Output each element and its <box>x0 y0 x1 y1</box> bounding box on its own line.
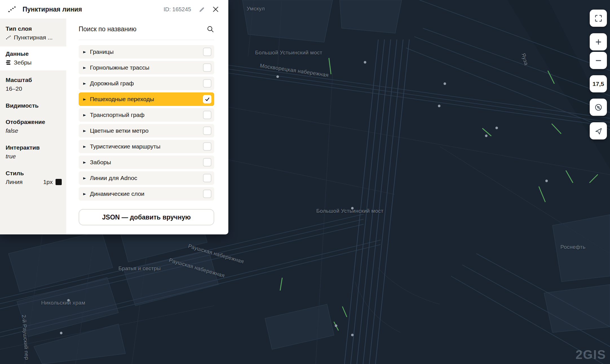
layer-label: Линии для Adnoc <box>90 175 137 181</box>
zoom-in-button[interactable] <box>590 33 607 50</box>
layer-checkbox[interactable] <box>203 158 211 167</box>
expand-arrow-icon[interactable]: ▶ <box>83 82 86 85</box>
expand-arrow-icon[interactable]: ▶ <box>83 129 86 133</box>
map-label: Никольский храм <box>41 300 85 306</box>
property-value: false <box>6 127 18 135</box>
edit-button[interactable] <box>197 5 207 14</box>
property-value: Линия <box>6 178 23 186</box>
stroke-width-value: 1px <box>43 178 53 186</box>
property-label: Отображение <box>6 118 62 126</box>
search-row <box>79 19 214 40</box>
layer-label: Транспортный граф <box>90 112 145 118</box>
layer-row[interactable]: ▶ Границы <box>79 45 214 59</box>
layer-row[interactable]: ▶ Цветные ветки метро <box>79 124 214 137</box>
expand-arrow-icon[interactable]: ▶ <box>83 161 86 164</box>
layer-label: Динамические слои <box>90 190 144 197</box>
layer-label: Дорожный граф <box>90 80 134 87</box>
property-label: Стиль <box>6 169 62 177</box>
expand-arrow-icon[interactable]: ▶ <box>83 97 86 101</box>
layer-label: Пешеходные переходы <box>90 96 154 103</box>
search-icon[interactable] <box>207 25 214 33</box>
layer-checkbox[interactable] <box>203 190 211 198</box>
map-controls: 17,5 <box>590 10 607 139</box>
expand-arrow-icon[interactable]: ▶ <box>83 113 86 117</box>
layer-checkbox[interactable] <box>203 63 211 72</box>
zebra-layers-icon <box>6 60 11 65</box>
fullscreen-icon <box>594 14 603 23</box>
properties-sidebar: Тип слоя Пунктирная ... Данные <box>0 19 66 234</box>
zoom-level-indicator[interactable]: 17,5 <box>590 75 607 92</box>
expand-arrow-icon[interactable]: ▶ <box>83 176 86 180</box>
layer-checkbox[interactable] <box>203 142 211 151</box>
property-value: 16–20 <box>6 85 22 93</box>
search-input[interactable] <box>79 25 207 33</box>
panel-header: Пунктирная линия ID: 165245 <box>0 0 228 19</box>
expand-arrow-icon[interactable]: ▶ <box>83 66 86 70</box>
layer-row-selected[interactable]: ▶ Пешеходные переходы <box>79 92 214 106</box>
layer-checkbox[interactable] <box>203 111 211 119</box>
sidebar-section-display[interactable]: Отображение false <box>0 118 66 135</box>
fullscreen-button[interactable] <box>590 10 607 27</box>
panel-title: Пунктирная линия <box>23 6 82 13</box>
pencil-icon <box>199 6 205 13</box>
color-swatch[interactable] <box>56 179 62 185</box>
property-label: Тип слоя <box>6 25 62 33</box>
layer-row[interactable]: ▶ Линии для Adnoc <box>79 171 214 185</box>
locate-button[interactable] <box>590 122 607 139</box>
layer-label: Границы <box>90 48 114 55</box>
sidebar-section-visibility[interactable]: Видимость <box>0 102 66 110</box>
json-add-manually-button[interactable]: JSON — добавить вручную <box>79 209 214 225</box>
layer-checkbox[interactable] <box>203 174 211 182</box>
zoom-out-button[interactable] <box>590 52 607 69</box>
property-value: true <box>6 152 16 160</box>
map-label: Большой Устьинский мост <box>255 50 322 56</box>
layer-row[interactable]: ▶ Горнолыжные трассы <box>79 61 214 74</box>
property-label: Интерактив <box>6 144 62 152</box>
zoom-level-value: 17,5 <box>593 81 604 87</box>
layer-label: Цветные ветки метро <box>90 127 149 134</box>
layer-list: ▶ Границы ▶ Горнолыжные трассы ▶ Дорожны… <box>66 19 228 234</box>
map-label: Братья и сестры <box>118 265 161 272</box>
sidebar-section-scale[interactable]: Масштаб 16–20 <box>0 76 66 93</box>
minus-icon <box>594 56 603 65</box>
check-icon <box>205 97 210 101</box>
expand-arrow-icon[interactable]: ▶ <box>83 145 86 148</box>
sidebar-section-style[interactable]: Стиль Линия 1px <box>0 169 66 186</box>
layer-label: Горнолыжные трассы <box>90 64 149 71</box>
layer-editor-panel: Пунктирная линия ID: 165245 Тип слоя <box>0 0 228 234</box>
plus-icon <box>594 38 603 46</box>
layer-row[interactable]: ▶ Дорожный граф <box>79 77 214 90</box>
sidebar-section-interactive[interactable]: Интерактив true <box>0 144 66 160</box>
layer-label: Туристические маршруты <box>90 143 160 150</box>
layer-row[interactable]: ▶ Транспортный граф <box>79 108 214 122</box>
dotted-line-icon <box>8 6 16 13</box>
layer-checkbox[interactable] <box>203 126 211 135</box>
layer-checkbox[interactable] <box>203 48 211 56</box>
dotted-line-icon <box>6 35 11 40</box>
property-value: Пунктирная ... <box>14 34 53 41</box>
property-label: Видимость <box>6 102 62 110</box>
compass-icon <box>594 103 603 112</box>
map-label: Роснефть <box>560 244 585 250</box>
expand-arrow-icon[interactable]: ▶ <box>83 50 86 54</box>
property-label: Данные <box>6 50 62 58</box>
expand-arrow-icon[interactable]: ▶ <box>83 192 86 196</box>
layer-checkbox[interactable] <box>203 79 211 88</box>
close-icon <box>212 6 219 13</box>
sidebar-section-data[interactable]: Данные Зебры <box>0 46 66 70</box>
property-value: Зебры <box>14 59 32 66</box>
2gis-watermark: 2GIS <box>576 348 606 362</box>
sidebar-section-layer-type[interactable]: Тип слоя Пунктирная ... <box>0 25 66 41</box>
layer-row[interactable]: ▶ Туристические маршруты <box>79 140 214 153</box>
layer-checkbox[interactable] <box>203 95 211 103</box>
close-button[interactable] <box>211 5 220 14</box>
layer-row[interactable]: ▶ Заборы <box>79 156 214 169</box>
layer-label: Заборы <box>90 159 111 166</box>
layer-id: ID: 165245 <box>163 6 191 13</box>
layer-row[interactable]: ▶ Динамические слои <box>79 187 214 201</box>
map-label: Умскул <box>247 6 265 12</box>
map-label: Большой Устьинский мост <box>316 208 383 214</box>
navigate-arrow-icon <box>594 127 603 135</box>
property-label: Масштаб <box>6 76 62 84</box>
compass-button[interactable] <box>590 99 607 116</box>
